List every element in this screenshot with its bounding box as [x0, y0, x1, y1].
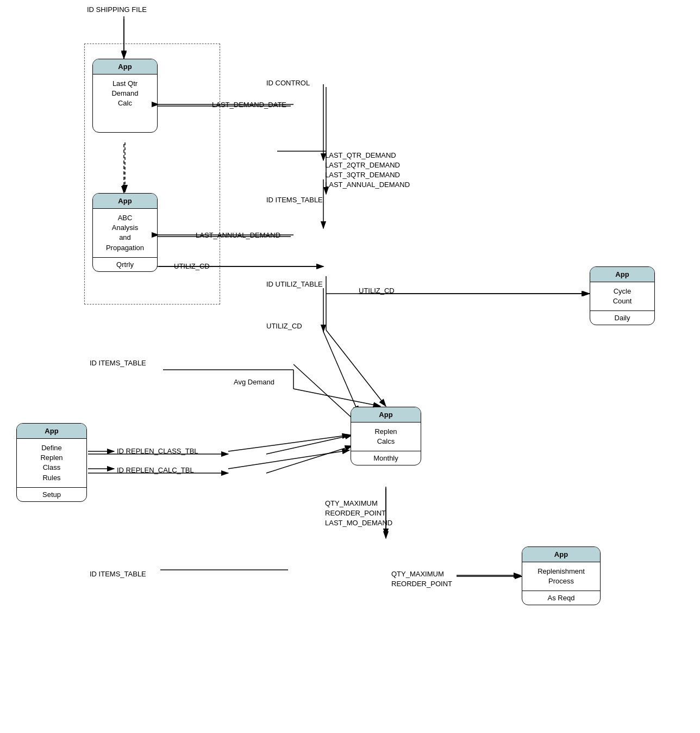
- node-cycle-count-header: App: [590, 267, 654, 282]
- label-items-table-3: ID ITEMS_TABLE: [90, 570, 146, 578]
- label-last-annual-demand: LAST_ANNUAL_DEMAND: [325, 181, 410, 189]
- svg-line-14: [266, 435, 352, 454]
- node-replen-calcs-footer: Monthly: [351, 451, 421, 465]
- label-qty-maximum-2: QTY_MAXIMUM: [391, 570, 444, 578]
- node-define-replen-body: DefineReplenClassRules: [17, 439, 86, 487]
- label-replen-class-tbl: ID REPLEN_CLASS_TBL: [117, 447, 198, 455]
- label-replen-calc-tbl: ID REPLEN_CALC_TBL: [117, 466, 194, 474]
- svg-line-12: [323, 332, 359, 413]
- node-last-qtr-demand: App Last QtrDemandCalc: [92, 59, 158, 133]
- node-last-qtr-demand-body: Last QtrDemandCalc: [93, 74, 157, 113]
- svg-line-40: [228, 450, 349, 469]
- label-utiliz-cd-3: UTILIZ_CD: [266, 322, 302, 330]
- label-utiliz-cd-1: UTILIZ_CD: [174, 262, 210, 270]
- node-abc-analysis-header: App: [93, 194, 157, 209]
- node-define-replen-footer: Setup: [17, 487, 86, 501]
- svg-line-38: [228, 435, 349, 451]
- label-avg-demand: Avg Demand: [234, 378, 274, 386]
- label-reorder-point-2: REORDER_POINT: [391, 580, 452, 588]
- node-define-replen-header: App: [17, 424, 86, 439]
- node-replenishment: App ReplenishmentProcess As Reqd: [522, 546, 601, 605]
- node-cycle-count-footer: Daily: [590, 310, 654, 325]
- node-last-qtr-demand-header: App: [93, 59, 157, 74]
- node-abc-analysis: App ABCAnalysisandPropagation Qrtrly: [92, 193, 158, 272]
- svg-line-11: [293, 364, 359, 424]
- svg-line-16: [266, 446, 352, 473]
- label-utiliz-table: ID UTILIZ_TABLE: [266, 280, 323, 288]
- label-last-2qtr-demand: LAST_2QTR_DEMAND: [325, 161, 400, 169]
- label-last-demand-date: LAST_DEMAND_DATE: [212, 101, 286, 109]
- label-reorder-point: REORDER_POINT: [325, 509, 386, 517]
- node-cycle-count: App CycleCount Daily: [590, 266, 655, 325]
- node-replen-calcs: App ReplenCalcs Monthly: [351, 407, 421, 465]
- node-abc-analysis-footer: Qrtrly: [93, 257, 157, 271]
- node-replen-calcs-body: ReplenCalcs: [351, 423, 421, 451]
- label-shipping-file: ID SHIPPING FILE: [87, 5, 147, 14]
- label-items-table-2: ID ITEMS_TABLE: [90, 359, 146, 367]
- label-qty-maximum: QTY_MAXIMUM: [325, 499, 378, 507]
- label-control: ID CONTROL: [266, 79, 310, 87]
- label-items-table-1: ID ITEMS_TABLE: [266, 196, 323, 204]
- node-replenishment-footer: As Reqd: [522, 591, 600, 605]
- node-replen-calcs-header: App: [351, 407, 421, 423]
- diagram-container: ID SHIPPING FILE ID CONTROL LAST_DEMAND_…: [0, 0, 700, 733]
- node-abc-analysis-body: ABCAnalysisandPropagation: [93, 209, 157, 257]
- label-last-annual-demand-2: LAST_ANNUAL_DEMAND: [196, 231, 280, 239]
- node-replenishment-body: ReplenishmentProcess: [522, 562, 600, 591]
- svg-line-33: [326, 330, 386, 406]
- node-replenishment-header: App: [522, 547, 600, 562]
- node-define-replen: App DefineReplenClassRules Setup: [16, 423, 87, 502]
- svg-line-36: [293, 389, 380, 406]
- label-utiliz-cd-2: UTILIZ_CD: [359, 287, 395, 295]
- label-last-mo-demand: LAST_MO_DEMAND: [325, 519, 392, 527]
- label-last-qtr-demand: LAST_QTR_DEMAND: [325, 151, 396, 159]
- label-last-3qtr-demand: LAST_3QTR_DEMAND: [325, 171, 400, 179]
- node-cycle-count-body: CycleCount: [590, 282, 654, 310]
